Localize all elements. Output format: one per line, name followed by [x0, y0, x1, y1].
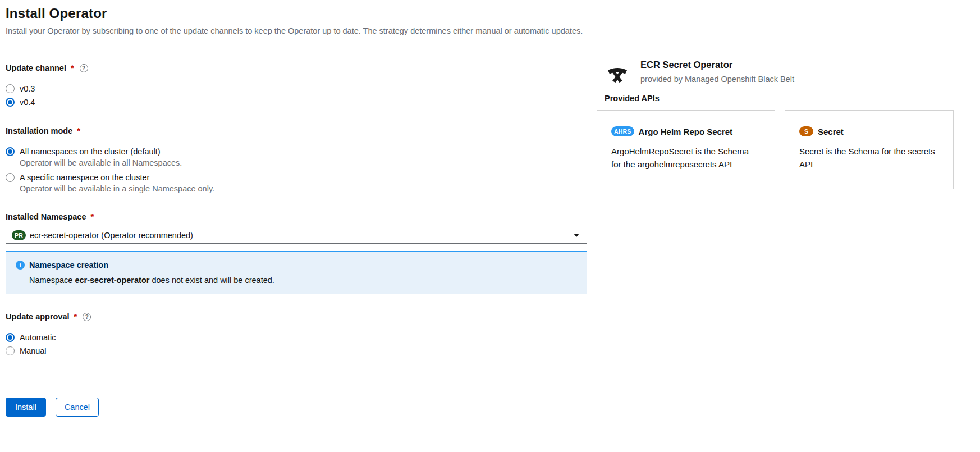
radio-label[interactable]: v0.4 [20, 98, 35, 107]
install-form: Install Operator Install your Operator b… [6, 6, 587, 417]
operator-provider: provided by Managed Openshift Black Belt [640, 75, 794, 84]
installation-mode-label: Installation mode [6, 126, 72, 135]
update-channel-label: Update channel [6, 63, 66, 72]
page-subtitle: Install your Operator by subscribing to … [6, 26, 587, 35]
operator-name: ECR Secret Operator [640, 60, 794, 70]
radio-label[interactable]: A specific namespace on the cluster [20, 173, 149, 182]
operator-sidebar: ECR Secret Operator provided by Managed … [597, 60, 963, 417]
radio-label[interactable]: Manual [20, 346, 47, 355]
api-card-title: Argo Helm Repo Secret [639, 127, 733, 136]
api-card-argo-helm-repo-secret[interactable]: AHRS Argo Helm Repo Secret ArgoHelmRepoS… [597, 110, 775, 189]
project-badge: PR [12, 230, 26, 240]
help-icon[interactable]: ? [83, 313, 91, 321]
install-button[interactable]: Install [6, 398, 46, 417]
provided-apis-cards: AHRS Argo Helm Repo Secret ArgoHelmRepoS… [597, 110, 963, 189]
radio-specific-namespace[interactable]: A specific namespace on the cluster [6, 173, 587, 182]
namespace-select-value: ecr-secret-operator (Operator recommende… [30, 231, 193, 240]
update-channel-field: Update channel * ? [6, 63, 587, 72]
radio-icon[interactable] [6, 173, 15, 182]
info-icon: i [16, 261, 25, 270]
operator-title-block: ECR Secret Operator provided by Managed … [640, 60, 794, 85]
radio-approval-automatic[interactable]: Automatic [6, 333, 587, 342]
required-asterisk: * [71, 63, 74, 72]
api-badge: AHRS [611, 126, 634, 136]
alert-body-suffix: does not exist and will be created. [149, 276, 274, 285]
radio-approval-manual[interactable]: Manual [6, 346, 587, 355]
radio-icon[interactable] [6, 98, 15, 107]
form-actions: Install Cancel [6, 398, 587, 417]
required-asterisk: * [90, 212, 94, 221]
installed-namespace-label: Installed Namespace [6, 212, 86, 221]
radio-label[interactable]: Automatic [20, 333, 56, 342]
cancel-button[interactable]: Cancel [56, 398, 99, 417]
required-asterisk: * [74, 312, 77, 321]
installed-namespace-field: Installed Namespace * [6, 212, 587, 221]
operator-header: ECR Secret Operator provided by Managed … [597, 60, 963, 85]
provided-apis-heading: Provided APIs [597, 94, 963, 103]
update-approval-field: Update approval * ? [6, 312, 587, 321]
page-title: Install Operator [6, 6, 587, 21]
alert-body-prefix: Namespace [29, 276, 75, 285]
black-belt-operator-logo-icon [606, 64, 629, 85]
namespace-select-dropdown[interactable]: PR ecr-secret-operator (Operator recomme… [6, 227, 587, 244]
radio-icon[interactable] [6, 346, 15, 355]
help-icon[interactable]: ? [80, 64, 88, 72]
alert-title: Namespace creation [29, 261, 108, 270]
radio-icon[interactable] [6, 84, 15, 93]
api-card-title: Secret [818, 127, 844, 136]
chevron-down-icon [574, 234, 579, 237]
radio-helper-text: Operator will be available in all Namesp… [20, 158, 587, 167]
radio-channel-v0-3[interactable]: v0.3 [6, 84, 587, 93]
api-card-description: ArgoHelmRepoSecret is the Schema for the… [611, 145, 761, 171]
install-operator-page: Install Operator Install your Operator b… [0, 0, 980, 417]
alert-namespace-name: ecr-secret-operator [75, 276, 149, 285]
installation-mode-field: Installation mode * [6, 126, 587, 135]
api-badge: S [799, 126, 813, 136]
required-asterisk: * [77, 126, 80, 135]
radio-icon[interactable] [6, 147, 15, 156]
api-card-description: Secret is the Schema for the secrets API [799, 145, 939, 171]
radio-label[interactable]: v0.3 [20, 84, 35, 93]
radio-label[interactable]: All namespaces on the cluster (default) [20, 147, 161, 156]
radio-helper-text: Operator will be available in a single N… [20, 184, 587, 193]
alert-body: Namespace ecr-secret-operator does not e… [29, 276, 578, 285]
namespace-creation-alert: i Namespace creation Namespace ecr-secre… [6, 251, 587, 294]
radio-icon[interactable] [6, 333, 15, 342]
radio-channel-v0-4[interactable]: v0.4 [6, 98, 587, 107]
form-divider [6, 378, 587, 378]
api-card-secret[interactable]: S Secret Secret is the Schema for the se… [785, 110, 954, 189]
update-approval-label: Update approval [6, 312, 70, 321]
radio-all-namespaces[interactable]: All namespaces on the cluster (default) [6, 147, 587, 156]
